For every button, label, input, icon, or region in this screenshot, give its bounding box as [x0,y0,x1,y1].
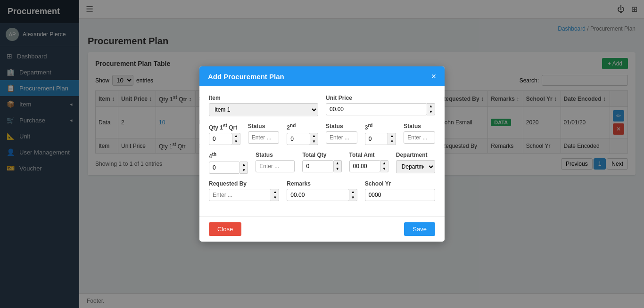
qty1-spin: ▲ ▼ [209,133,240,145]
unit-price-down[interactable]: ▼ [427,109,435,115]
qty2-input[interactable] [287,133,310,145]
school-yr-input[interactable] [365,189,435,201]
qty1-input[interactable] [209,133,232,145]
form-group-status1: Status [248,123,280,145]
total-amt-up[interactable]: ▲ [380,161,388,166]
total-qty-label: Total Qty [302,152,341,158]
status2-input[interactable] [326,131,357,144]
requested-by-input[interactable] [209,189,271,201]
qty3-up[interactable]: ▲ [388,133,396,139]
modal-footer: Close Save [199,216,445,242]
form-group-school-yr: School Yr [365,180,435,201]
unit-price-input[interactable] [326,103,427,115]
form-row-3: 4th ▲ ▼ Status Total Qty [209,152,435,174]
close-button[interactable]: Close [209,222,241,236]
qty2-down[interactable]: ▼ [310,139,318,145]
status1-input[interactable] [248,131,280,144]
total-qty-input[interactable] [302,160,333,172]
status1-label: Status [248,123,280,130]
remarks-input[interactable] [287,189,349,201]
form-row-4: Requested By ▲ ▼ Remarks ▲ [209,180,435,201]
qty3-spin: ▲ ▼ [365,133,396,145]
unit-price-spin: ▲ ▼ [326,103,435,115]
unit-price-label: Unit Price [326,95,435,101]
qty4-up[interactable]: ▲ [240,162,248,168]
form-group-qty2: 2nd ▲ ▼ [287,123,318,145]
form-group-total-amt: Total Amt ▲ ▼ [349,152,388,174]
qty2-spin-buttons: ▲ ▼ [310,133,318,145]
qty2-spin: ▲ ▼ [287,133,318,145]
qty1-spin-buttons: ▲ ▼ [232,133,240,145]
qty4-down[interactable]: ▼ [240,168,248,173]
qty1-up[interactable]: ▲ [232,133,240,139]
form-group-department: Department Department 1 [396,152,435,174]
form-group-item: Item Item 1 [209,95,318,116]
modal-title: Add Procurement Plan [208,73,284,81]
form-group-status4: Status [256,152,295,174]
qty3-label: 3rd [365,123,396,131]
requested-by-spin-buttons: ▲ ▼ [271,189,279,201]
modal-body: Item Item 1 Unit Price ▲ ▼ [199,86,445,216]
item-select[interactable]: Item 1 [209,103,318,116]
total-qty-spin: ▲ ▼ [302,160,341,172]
total-amt-spin-buttons: ▲ ▼ [380,160,388,172]
form-group-qty3: 3rd ▲ ▼ [365,123,396,145]
qty2-label: 2nd [287,123,318,131]
status2-label: Status [326,123,357,130]
total-qty-up[interactable]: ▲ [334,161,341,166]
modal: Add Procurement Plan × Item Item 1 Unit … [199,66,445,242]
qty3-input[interactable] [365,133,388,145]
total-amt-spin: ▲ ▼ [349,160,388,172]
qty4-label: 4th [209,152,248,160]
total-qty-down[interactable]: ▼ [334,166,341,172]
remarks-up[interactable]: ▲ [349,189,357,195]
requested-by-label: Requested By [209,180,279,187]
modal-overlay: Add Procurement Plan × Item Item 1 Unit … [0,0,644,308]
status3-input[interactable] [404,131,435,144]
remarks-down[interactable]: ▼ [349,195,357,201]
form-group-status2: Status [326,123,357,145]
qty2-up[interactable]: ▲ [310,133,318,139]
total-qty-spin-buttons: ▲ ▼ [334,160,342,172]
requested-by-up[interactable]: ▲ [271,189,279,195]
qty1-down[interactable]: ▼ [232,139,240,145]
remarks-spin-buttons: ▲ ▼ [349,189,357,201]
form-group-unit-price: Unit Price ▲ ▼ [326,95,435,116]
qty3-down[interactable]: ▼ [388,139,396,145]
total-amt-input[interactable] [349,160,380,172]
qty1-label: Qty 1st Qrt [209,123,240,131]
form-group-remarks: Remarks ▲ ▼ [287,180,357,201]
total-amt-down[interactable]: ▼ [380,166,388,172]
status3-label: Status [404,123,435,130]
total-amt-label: Total Amt [349,152,388,158]
status4-input[interactable] [256,160,295,172]
remarks-label: Remarks [287,180,357,187]
unit-price-spin-buttons: ▲ ▼ [427,103,435,115]
modal-close-button[interactable]: × [431,72,436,81]
requested-by-down[interactable]: ▼ [271,195,279,201]
requested-by-spin: ▲ ▼ [209,189,279,201]
school-yr-label: School Yr [365,180,435,187]
form-row-1: Item Item 1 Unit Price ▲ ▼ [209,95,435,116]
item-label: Item [209,95,318,101]
modal-header: Add Procurement Plan × [199,66,445,86]
qty4-spin: ▲ ▼ [209,162,248,174]
status4-label: Status [256,152,295,158]
save-button[interactable]: Save [404,222,435,236]
form-row-2: Qty 1st Qrt ▲ ▼ Status 2nd [209,123,435,145]
form-group-qty1: Qty 1st Qrt ▲ ▼ [209,123,240,145]
qty4-input[interactable] [209,162,240,174]
qty4-spin-buttons: ▲ ▼ [240,162,248,174]
department-label: Department [396,152,435,158]
form-group-qty4: 4th ▲ ▼ [209,152,248,174]
qty3-spin-buttons: ▲ ▼ [388,133,396,145]
unit-price-up[interactable]: ▲ [427,104,435,109]
form-group-total-qty: Total Qty ▲ ▼ [302,152,341,174]
form-group-requested-by: Requested By ▲ ▼ [209,180,279,201]
remarks-spin: ▲ ▼ [287,189,357,201]
department-select[interactable]: Department 1 [396,160,435,173]
form-group-status3: Status [404,123,435,145]
